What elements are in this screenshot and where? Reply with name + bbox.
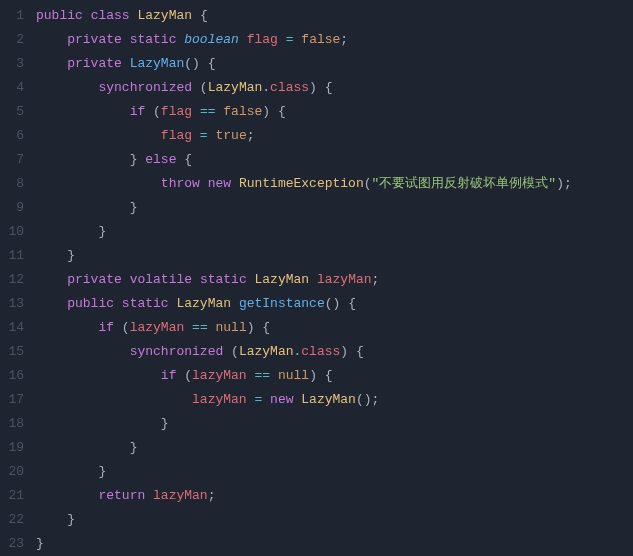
token-punc: ;	[564, 176, 572, 191]
code-line: if (flag == false) {	[36, 100, 633, 124]
token-punc: .	[262, 80, 270, 95]
token-kw-ctrl: synchronized	[130, 344, 224, 359]
token-kw-mod: public	[67, 296, 114, 311]
line-number: 23	[0, 532, 24, 556]
token-op: ==	[200, 104, 216, 119]
token-punc: )	[309, 80, 317, 95]
token-kw-ctrl: throw	[161, 176, 200, 191]
token-op: ==	[254, 368, 270, 383]
token-kw-mod: static	[130, 32, 177, 47]
code-line: }	[36, 508, 633, 532]
line-number: 14	[0, 316, 24, 340]
line-number: 2	[0, 28, 24, 52]
token-punc: {	[184, 152, 192, 167]
line-number: 8	[0, 172, 24, 196]
token-str: "不要试图用反射破坏单例模式"	[372, 176, 557, 191]
line-number: 20	[0, 460, 24, 484]
token-kw-bool: null	[278, 368, 309, 383]
line-number: 19	[0, 436, 24, 460]
code-line: private LazyMan() {	[36, 52, 633, 76]
code-line: public class LazyMan {	[36, 4, 633, 28]
token-punc: {	[325, 368, 333, 383]
token-op: =	[200, 128, 208, 143]
token-id: lazyMan	[192, 368, 247, 383]
token-kw-ctrl: if	[98, 320, 114, 335]
token-op: =	[286, 32, 294, 47]
line-number: 6	[0, 124, 24, 148]
line-number-gutter: 1234567891011121314151617181920212223	[0, 4, 36, 556]
code-line: flag = true;	[36, 124, 633, 148]
code-line: private volatile static LazyMan lazyMan;	[36, 268, 633, 292]
token-punc: }	[161, 416, 169, 431]
token-punc: {	[262, 320, 270, 335]
token-kw-bool: false	[301, 32, 340, 47]
token-punc: ()	[184, 56, 200, 71]
token-kw-type: boolean	[184, 32, 239, 47]
line-number: 11	[0, 244, 24, 268]
token-kw-new: new	[270, 392, 293, 407]
token-kw-ctrl: synchronized	[98, 80, 192, 95]
token-punc: }	[67, 248, 75, 263]
token-punc: )	[247, 320, 255, 335]
code-line: }	[36, 532, 633, 556]
token-cls: RuntimeException	[239, 176, 364, 191]
code-area: public class LazyMan { private static bo…	[36, 4, 633, 556]
token-id: lazyMan	[317, 272, 372, 287]
token-cls: LazyMan	[208, 80, 263, 95]
line-number: 22	[0, 508, 24, 532]
token-punc: }	[130, 440, 138, 455]
code-line: }	[36, 436, 633, 460]
token-punc: (	[231, 344, 239, 359]
token-punc: )	[556, 176, 564, 191]
line-number: 17	[0, 388, 24, 412]
code-line: return lazyMan;	[36, 484, 633, 508]
token-punc: )	[340, 344, 348, 359]
line-number: 18	[0, 412, 24, 436]
token-punc: ()	[325, 296, 341, 311]
token-kw-mod: static	[122, 296, 169, 311]
token-id: flag	[161, 104, 192, 119]
token-kw-mod: private	[67, 56, 122, 71]
token-kw-ctrl: if	[161, 368, 177, 383]
code-line: }	[36, 244, 633, 268]
line-number: 9	[0, 196, 24, 220]
token-kw-ctrl: return	[98, 488, 145, 503]
line-number: 10	[0, 220, 24, 244]
code-line: synchronized (LazyMan.class) {	[36, 76, 633, 100]
token-kw-mod: private	[67, 32, 122, 47]
code-line: lazyMan = new LazyMan();	[36, 388, 633, 412]
token-punc: (	[364, 176, 372, 191]
code-line: } else {	[36, 148, 633, 172]
token-punc: (	[122, 320, 130, 335]
token-punc: {	[208, 56, 216, 71]
token-id: lazyMan	[130, 320, 185, 335]
code-line: private static boolean flag = false;	[36, 28, 633, 52]
token-kw-mod: private	[67, 272, 122, 287]
token-prop: class	[270, 80, 309, 95]
code-line: }	[36, 196, 633, 220]
token-punc: (	[184, 368, 192, 383]
token-punc: (	[153, 104, 161, 119]
token-punc: }	[36, 536, 44, 551]
token-punc: {	[348, 296, 356, 311]
token-cls: LazyMan	[255, 272, 310, 287]
code-line: if (lazyMan == null) {	[36, 364, 633, 388]
code-line: }	[36, 412, 633, 436]
line-number: 15	[0, 340, 24, 364]
line-number: 5	[0, 100, 24, 124]
token-kw-bool: true	[215, 128, 246, 143]
token-punc: }	[67, 512, 75, 527]
code-line: }	[36, 220, 633, 244]
token-kw-mod: volatile	[130, 272, 192, 287]
code-line: synchronized (LazyMan.class) {	[36, 340, 633, 364]
token-punc: }	[98, 464, 106, 479]
token-punc: ;	[372, 272, 380, 287]
code-editor: 1234567891011121314151617181920212223 pu…	[0, 0, 633, 556]
token-punc: ;	[247, 128, 255, 143]
code-line: }	[36, 460, 633, 484]
token-punc: {	[278, 104, 286, 119]
token-op: ==	[192, 320, 208, 335]
token-kw-new: new	[208, 176, 231, 191]
code-line: if (lazyMan == null) {	[36, 316, 633, 340]
line-number: 7	[0, 148, 24, 172]
